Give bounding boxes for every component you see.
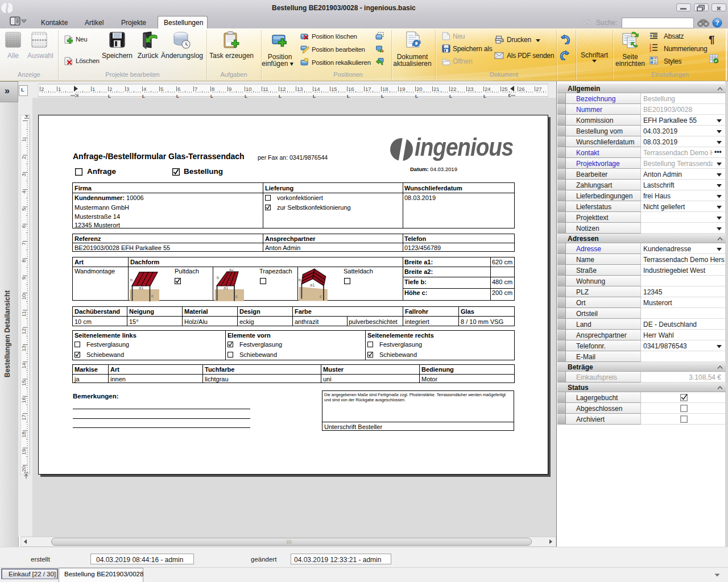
svg-text:16: 16 bbox=[348, 86, 354, 92]
svg-text:19: 19 bbox=[20, 449, 27, 455]
svg-text:27: 27 bbox=[536, 86, 542, 92]
svg-text:20: 20 bbox=[416, 86, 423, 92]
svg-text:18: 18 bbox=[382, 86, 388, 92]
svg-text:b: b bbox=[130, 277, 133, 282]
svg-text:9: 9 bbox=[20, 277, 27, 280]
svg-text:6: 6 bbox=[20, 225, 27, 228]
svg-text:11: 11 bbox=[263, 86, 268, 92]
svg-text:15: 15 bbox=[20, 380, 27, 386]
svg-text:9: 9 bbox=[229, 86, 231, 92]
svg-text:b: b bbox=[299, 277, 301, 282]
svg-text:14: 14 bbox=[20, 363, 27, 369]
svg-text:7: 7 bbox=[195, 86, 197, 92]
svg-text:6: 6 bbox=[177, 86, 180, 92]
svg-text:17: 17 bbox=[20, 414, 27, 421]
svg-text:a1: a1 bbox=[139, 285, 143, 290]
svg-text:8: 8 bbox=[212, 86, 214, 92]
svg-text:18: 18 bbox=[20, 431, 27, 438]
svg-text:3: 3 bbox=[126, 86, 129, 92]
svg-text:23: 23 bbox=[468, 86, 474, 92]
svg-text:2: 2 bbox=[20, 156, 27, 159]
svg-text:4: 4 bbox=[143, 86, 146, 92]
svg-text:12: 12 bbox=[280, 86, 286, 92]
svg-text:10: 10 bbox=[20, 294, 27, 300]
svg-text:16: 16 bbox=[20, 397, 27, 404]
svg-text:?: ? bbox=[715, 19, 719, 26]
svg-text:4: 4 bbox=[20, 190, 27, 193]
svg-text:14: 14 bbox=[314, 86, 320, 92]
svg-text:8: 8 bbox=[20, 259, 27, 262]
svg-text:12: 12 bbox=[20, 329, 27, 335]
svg-text:7: 7 bbox=[20, 242, 27, 245]
svg-text:3: 3 bbox=[20, 173, 27, 176]
svg-text:22: 22 bbox=[450, 86, 457, 92]
svg-text:3: 3 bbox=[650, 49, 651, 52]
svg-text:a1: a1 bbox=[224, 285, 228, 290]
svg-text:5: 5 bbox=[160, 86, 163, 92]
svg-text:10: 10 bbox=[246, 86, 252, 92]
svg-text:15: 15 bbox=[331, 86, 337, 92]
svg-text:17: 17 bbox=[365, 86, 371, 92]
svg-text:2: 2 bbox=[109, 86, 112, 92]
svg-text:c: c bbox=[151, 293, 154, 298]
svg-text:1: 1 bbox=[20, 139, 27, 142]
svg-text:5: 5 bbox=[20, 208, 27, 211]
svg-text:b: b bbox=[217, 275, 219, 280]
svg-text:1: 1 bbox=[58, 86, 61, 92]
svg-text:20: 20 bbox=[20, 466, 27, 472]
svg-text:25: 25 bbox=[502, 86, 508, 92]
svg-text:1: 1 bbox=[92, 86, 95, 92]
svg-text:19: 19 bbox=[399, 86, 406, 92]
svg-text:24: 24 bbox=[485, 86, 491, 92]
svg-text:a2: a2 bbox=[229, 269, 234, 272]
svg-text:26: 26 bbox=[519, 86, 525, 92]
svg-text:11: 11 bbox=[20, 311, 27, 317]
svg-text:13: 13 bbox=[297, 86, 303, 92]
svg-text:13: 13 bbox=[20, 346, 27, 352]
svg-text:c: c bbox=[320, 294, 322, 299]
svg-text:c: c bbox=[235, 294, 238, 299]
svg-text:a1: a1 bbox=[310, 282, 315, 288]
svg-text:2: 2 bbox=[41, 86, 44, 92]
svg-text:21: 21 bbox=[433, 86, 440, 92]
